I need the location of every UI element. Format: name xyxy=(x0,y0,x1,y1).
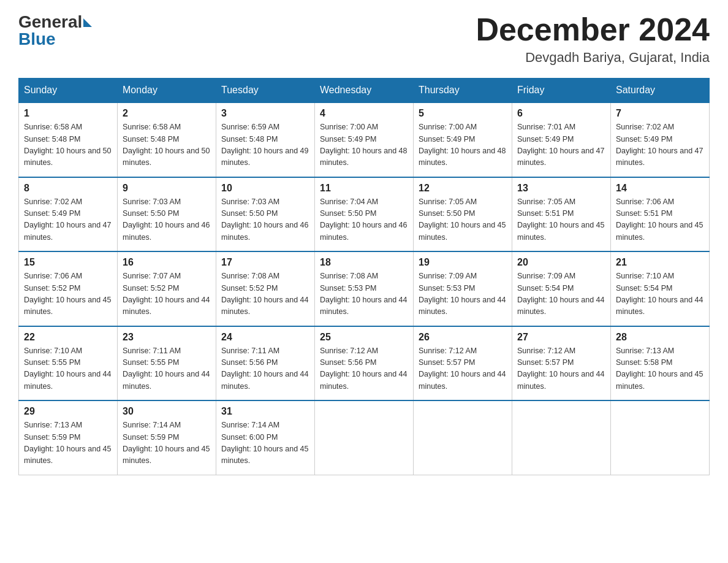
day-number: 1 xyxy=(24,108,112,119)
day-info: Sunrise: 7:12 AMSunset: 5:57 PMDaylight:… xyxy=(517,345,605,393)
calendar-cell: 12Sunrise: 7:05 AMSunset: 5:50 PMDayligh… xyxy=(414,177,512,252)
day-info: Sunrise: 7:08 AMSunset: 5:53 PMDaylight:… xyxy=(320,270,408,318)
day-number: 2 xyxy=(123,108,211,119)
calendar-cell xyxy=(611,400,710,475)
calendar-cell: 22Sunrise: 7:10 AMSunset: 5:55 PMDayligh… xyxy=(19,326,118,401)
calendar-cell: 26Sunrise: 7:12 AMSunset: 5:57 PMDayligh… xyxy=(414,326,512,401)
day-number: 17 xyxy=(221,257,309,268)
day-number: 14 xyxy=(616,183,704,194)
day-info: Sunrise: 6:58 AMSunset: 5:48 PMDaylight:… xyxy=(24,121,112,169)
calendar-cell xyxy=(414,400,512,475)
day-number: 16 xyxy=(123,257,211,268)
weekday-header-wednesday: Wednesday xyxy=(315,79,414,103)
day-number: 30 xyxy=(123,406,211,417)
day-info: Sunrise: 7:04 AMSunset: 5:50 PMDaylight:… xyxy=(320,196,408,244)
day-info: Sunrise: 7:01 AMSunset: 5:49 PMDaylight:… xyxy=(517,121,605,169)
title-block: December 2024 Devgadh Bariya, Gujarat, I… xyxy=(476,12,710,66)
weekday-header-saturday: Saturday xyxy=(611,79,710,103)
day-info: Sunrise: 7:02 AMSunset: 5:49 PMDaylight:… xyxy=(24,196,112,244)
calendar-cell: 30Sunrise: 7:14 AMSunset: 5:59 PMDayligh… xyxy=(118,400,216,475)
day-number: 15 xyxy=(24,257,112,268)
day-number: 13 xyxy=(517,183,605,194)
day-info: Sunrise: 7:14 AMSunset: 6:00 PMDaylight:… xyxy=(221,419,309,467)
logo-arrow-icon xyxy=(83,18,92,27)
calendar-cell: 8Sunrise: 7:02 AMSunset: 5:49 PMDaylight… xyxy=(19,177,118,252)
page-header: General Blue December 2024 Devgadh Bariy… xyxy=(18,12,710,66)
calendar-cell: 9Sunrise: 7:03 AMSunset: 5:50 PMDaylight… xyxy=(118,177,216,252)
day-number: 25 xyxy=(320,332,408,343)
calendar-cell: 27Sunrise: 7:12 AMSunset: 5:57 PMDayligh… xyxy=(512,326,611,401)
day-info: Sunrise: 7:09 AMSunset: 5:53 PMDaylight:… xyxy=(419,270,507,318)
day-info: Sunrise: 7:09 AMSunset: 5:54 PMDaylight:… xyxy=(517,270,605,318)
calendar-cell: 25Sunrise: 7:12 AMSunset: 5:56 PMDayligh… xyxy=(315,326,414,401)
day-info: Sunrise: 7:06 AMSunset: 5:51 PMDaylight:… xyxy=(616,196,704,244)
day-info: Sunrise: 7:05 AMSunset: 5:50 PMDaylight:… xyxy=(419,196,507,244)
day-number: 24 xyxy=(221,332,309,343)
day-number: 28 xyxy=(616,332,704,343)
day-info: Sunrise: 6:58 AMSunset: 5:48 PMDaylight:… xyxy=(123,121,211,169)
day-info: Sunrise: 7:10 AMSunset: 5:55 PMDaylight:… xyxy=(24,345,112,393)
month-title: December 2024 xyxy=(476,12,710,47)
calendar-cell: 23Sunrise: 7:11 AMSunset: 5:55 PMDayligh… xyxy=(118,326,216,401)
day-info: Sunrise: 7:03 AMSunset: 5:50 PMDaylight:… xyxy=(123,196,211,244)
calendar-cell: 18Sunrise: 7:08 AMSunset: 5:53 PMDayligh… xyxy=(315,251,414,326)
day-info: Sunrise: 7:03 AMSunset: 5:50 PMDaylight:… xyxy=(221,196,309,244)
week-row-2: 8Sunrise: 7:02 AMSunset: 5:49 PMDaylight… xyxy=(19,177,710,252)
calendar-cell: 17Sunrise: 7:08 AMSunset: 5:52 PMDayligh… xyxy=(216,251,315,326)
calendar-cell: 2Sunrise: 6:58 AMSunset: 5:48 PMDaylight… xyxy=(118,102,216,177)
calendar-cell: 1Sunrise: 6:58 AMSunset: 5:48 PMDaylight… xyxy=(19,102,118,177)
weekday-header-sunday: Sunday xyxy=(19,79,118,103)
day-number: 7 xyxy=(616,108,704,119)
day-info: Sunrise: 7:00 AMSunset: 5:49 PMDaylight:… xyxy=(320,121,408,169)
day-number: 31 xyxy=(221,406,309,417)
week-row-4: 22Sunrise: 7:10 AMSunset: 5:55 PMDayligh… xyxy=(19,326,710,401)
weekday-header-monday: Monday xyxy=(118,79,216,103)
day-number: 9 xyxy=(123,183,211,194)
day-info: Sunrise: 6:59 AMSunset: 5:48 PMDaylight:… xyxy=(221,121,309,169)
day-info: Sunrise: 7:06 AMSunset: 5:52 PMDaylight:… xyxy=(24,270,112,318)
calendar-cell: 16Sunrise: 7:07 AMSunset: 5:52 PMDayligh… xyxy=(118,251,216,326)
day-number: 21 xyxy=(616,257,704,268)
day-number: 3 xyxy=(221,108,309,119)
day-number: 8 xyxy=(24,183,112,194)
day-number: 20 xyxy=(517,257,605,268)
day-number: 5 xyxy=(419,108,507,119)
day-info: Sunrise: 7:00 AMSunset: 5:49 PMDaylight:… xyxy=(419,121,507,169)
day-info: Sunrise: 7:14 AMSunset: 5:59 PMDaylight:… xyxy=(123,419,211,467)
calendar-cell: 29Sunrise: 7:13 AMSunset: 5:59 PMDayligh… xyxy=(19,400,118,475)
day-info: Sunrise: 7:10 AMSunset: 5:54 PMDaylight:… xyxy=(616,270,704,318)
logo: General Blue xyxy=(18,12,92,49)
calendar-cell: 5Sunrise: 7:00 AMSunset: 5:49 PMDaylight… xyxy=(414,102,512,177)
week-row-5: 29Sunrise: 7:13 AMSunset: 5:59 PMDayligh… xyxy=(19,400,710,475)
day-number: 19 xyxy=(419,257,507,268)
day-number: 10 xyxy=(221,183,309,194)
day-info: Sunrise: 7:12 AMSunset: 5:57 PMDaylight:… xyxy=(419,345,507,393)
day-info: Sunrise: 7:02 AMSunset: 5:49 PMDaylight:… xyxy=(616,121,704,169)
calendar-cell: 14Sunrise: 7:06 AMSunset: 5:51 PMDayligh… xyxy=(611,177,710,252)
day-info: Sunrise: 7:05 AMSunset: 5:51 PMDaylight:… xyxy=(517,196,605,244)
week-row-1: 1Sunrise: 6:58 AMSunset: 5:48 PMDaylight… xyxy=(19,102,710,177)
calendar-cell: 31Sunrise: 7:14 AMSunset: 6:00 PMDayligh… xyxy=(216,400,315,475)
calendar-cell: 24Sunrise: 7:11 AMSunset: 5:56 PMDayligh… xyxy=(216,326,315,401)
calendar-cell: 4Sunrise: 7:00 AMSunset: 5:49 PMDaylight… xyxy=(315,102,414,177)
calendar-cell: 13Sunrise: 7:05 AMSunset: 5:51 PMDayligh… xyxy=(512,177,611,252)
calendar-cell: 10Sunrise: 7:03 AMSunset: 5:50 PMDayligh… xyxy=(216,177,315,252)
day-number: 27 xyxy=(517,332,605,343)
calendar-table: SundayMondayTuesdayWednesdayThursdayFrid… xyxy=(18,78,710,475)
weekday-header-friday: Friday xyxy=(512,79,611,103)
week-row-3: 15Sunrise: 7:06 AMSunset: 5:52 PMDayligh… xyxy=(19,251,710,326)
calendar-cell xyxy=(512,400,611,475)
calendar-cell: 20Sunrise: 7:09 AMSunset: 5:54 PMDayligh… xyxy=(512,251,611,326)
calendar-cell: 3Sunrise: 6:59 AMSunset: 5:48 PMDaylight… xyxy=(216,102,315,177)
day-number: 11 xyxy=(320,183,408,194)
day-info: Sunrise: 7:11 AMSunset: 5:56 PMDaylight:… xyxy=(221,345,309,393)
calendar-cell xyxy=(315,400,414,475)
day-info: Sunrise: 7:07 AMSunset: 5:52 PMDaylight:… xyxy=(123,270,211,318)
day-number: 22 xyxy=(24,332,112,343)
location-text: Devgadh Bariya, Gujarat, India xyxy=(476,50,710,66)
calendar-cell: 7Sunrise: 7:02 AMSunset: 5:49 PMDaylight… xyxy=(611,102,710,177)
weekday-header-thursday: Thursday xyxy=(414,79,512,103)
calendar-cell: 28Sunrise: 7:13 AMSunset: 5:58 PMDayligh… xyxy=(611,326,710,401)
logo-blue-text: Blue xyxy=(18,29,56,49)
weekday-header-row: SundayMondayTuesdayWednesdayThursdayFrid… xyxy=(19,79,710,103)
